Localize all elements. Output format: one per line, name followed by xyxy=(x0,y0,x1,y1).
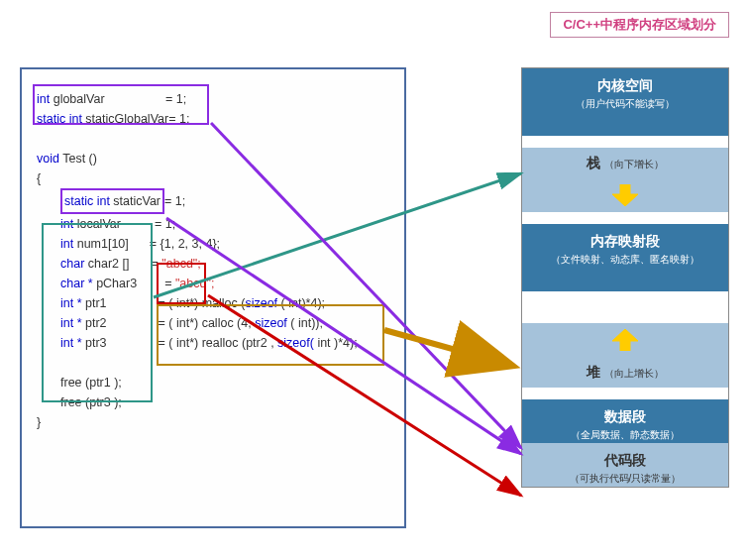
highlight-locals-green xyxy=(42,223,153,402)
mem-mmap: 内存映射段 （文件映射、动态库、匿名映射） xyxy=(522,224,728,291)
highlight-malloc-brown xyxy=(157,304,384,366)
highlight-strings-red xyxy=(157,263,206,304)
mem-gap xyxy=(522,212,728,224)
svg-marker-1 xyxy=(612,329,638,351)
mem-gap xyxy=(522,291,728,323)
highlight-globals-purple xyxy=(33,84,209,125)
svg-marker-0 xyxy=(612,184,638,206)
arrow-down-icon xyxy=(522,178,728,212)
mem-data-segment: 数据段 （全局数据、静态数据） xyxy=(522,399,728,443)
mem-gap xyxy=(522,136,728,148)
code-line: } xyxy=(37,412,389,432)
mem-heap: 堆 （向上增长） xyxy=(522,357,728,388)
code-line: void Test () xyxy=(37,149,389,168)
mem-stack: 栈 （向下增长） xyxy=(522,148,728,178)
mem-gap xyxy=(522,388,728,399)
memory-layout: 内核空间 （用户代码不能读写） 栈 （向下增长） 内存映射段 （文件映射、动态库… xyxy=(521,67,729,488)
mem-code-segment: 代码段 （可执行代码/只读常量） xyxy=(522,443,728,487)
code-line: { xyxy=(37,168,389,188)
arrow-up-icon xyxy=(522,323,728,357)
diagram-title: C/C++中程序内存区域划分 xyxy=(550,12,729,38)
code-line: static int staticVar= 1; xyxy=(37,188,389,214)
mem-kernel-space: 内核空间 （用户代码不能读写） xyxy=(522,68,728,136)
